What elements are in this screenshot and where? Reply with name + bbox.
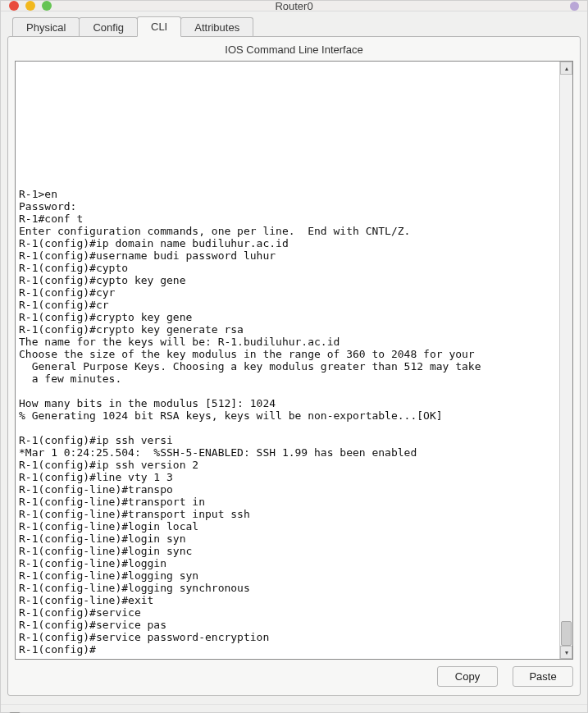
cli-console[interactable]: R-1>en Password: R-1#conf t Enter config…: [16, 62, 559, 659]
console-container: R-1>en Password: R-1#conf t Enter config…: [15, 61, 573, 660]
status-dot-icon: [570, 2, 579, 11]
button-row: Copy Paste: [15, 666, 573, 687]
scroll-down-icon[interactable]: ▾: [560, 646, 572, 659]
minimize-icon[interactable]: [25, 1, 35, 11]
titlebar-right: [570, 2, 579, 11]
titlebar: Router0: [1, 1, 587, 11]
copy-button[interactable]: Copy: [437, 666, 498, 687]
maximize-icon[interactable]: [42, 1, 52, 11]
tab-physical[interactable]: Physical: [12, 17, 80, 37]
window-controls: [9, 1, 52, 11]
app-window: Router0 Physical Config CLI Attributes I…: [0, 0, 588, 713]
close-icon[interactable]: [9, 1, 19, 11]
tab-bar: Physical Config CLI Attributes: [12, 16, 581, 37]
content-area: Physical Config CLI Attributes IOS Comma…: [1, 11, 587, 704]
scroll-thumb[interactable]: [561, 621, 572, 646]
panel-title: IOS Command Line Interface: [15, 43, 573, 56]
cli-panel: IOS Command Line Interface R-1>en Passwo…: [7, 36, 581, 696]
tab-cli[interactable]: CLI: [137, 16, 181, 37]
scroll-up-icon[interactable]: ▴: [560, 62, 572, 75]
tab-config[interactable]: Config: [79, 17, 138, 37]
vertical-scrollbar[interactable]: ▴ ▾: [559, 62, 572, 659]
tab-attributes[interactable]: Attributes: [180, 17, 253, 37]
footer: Top: [1, 704, 587, 713]
scroll-track[interactable]: [560, 75, 572, 646]
paste-button[interactable]: Paste: [513, 666, 573, 687]
window-title: Router0: [1, 0, 587, 12]
